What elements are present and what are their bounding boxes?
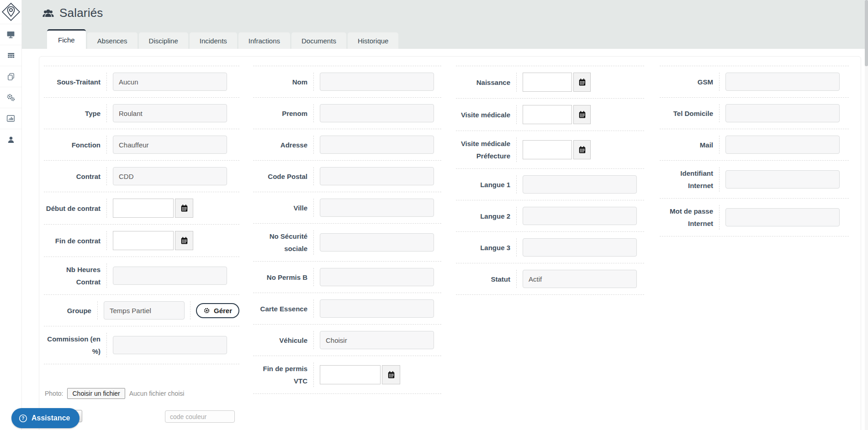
carte-essence-input[interactable] [320,299,434,318]
sidebar-item-monitor[interactable] [0,24,21,45]
sidebar-item-table[interactable] [0,45,21,66]
form-row-sous-traitant: Sous-TraitantAucun [44,66,239,97]
field-cell-naissance [517,73,644,92]
tab-bar: FicheAbsencesDisciplineIncidentsInfracti… [47,29,398,49]
tel-domicile-input[interactable] [725,104,840,122]
calendar-icon [578,146,586,154]
form-column-1: Sous-TraitantAucunTypeRoulantFonctionCha… [44,66,239,364]
bar-chart-icon [6,114,16,123]
page-title-row: Salariés [22,0,868,20]
vehicule-select[interactable]: Choisir [320,331,434,349]
calendar-icon [578,78,586,86]
field-label-sous-traitant: Sous-Traitant [44,73,107,91]
sous-traitant-select[interactable]: Aucun [113,73,227,91]
visite-medicale-date-input[interactable] [523,105,572,124]
form-row-type: TypeRoulant [44,97,239,129]
scrollbar-thumb[interactable] [865,0,868,66]
field-label-no-securite-sociale: No Sécurité sociale [253,230,314,255]
tab-documents[interactable]: Documents [291,32,346,49]
question-icon: ? [19,414,27,423]
field-cell-commission-en [107,336,239,354]
field-label-fonction: Fonction [44,136,107,154]
nb-heures-contrat-input[interactable] [113,267,227,285]
field-cell-fonction: Chauffeur [107,136,239,154]
langue-2-input[interactable] [523,207,637,225]
visite-medicale-prefecture-calendar-button[interactable] [573,140,591,159]
form-row-langue-3: Langue 3 [456,231,644,263]
field-cell-mot-de-passe-internet [720,208,849,226]
gears-icon [6,93,16,102]
mot-de-passe-internet-input[interactable] [725,208,840,226]
code-postal-input[interactable] [320,167,434,185]
tab-incidents[interactable]: Incidents [190,32,237,49]
sidebar-item-stats[interactable] [0,108,21,129]
fin-de-contrat-date-input[interactable] [113,231,174,250]
naissance-calendar-button[interactable] [573,73,591,92]
prenom-input[interactable] [320,104,434,122]
langue-3-input[interactable] [523,238,637,257]
fonction-select[interactable]: Chauffeur [113,136,227,154]
groupe-select[interactable]: Temps Partiel [104,301,185,320]
visite-medicale-prefecture-date-input[interactable] [523,140,572,159]
commission-en-input[interactable] [113,336,227,354]
field-label-langue-3: Langue 3 [456,238,517,257]
tab-discipline[interactable]: Discipline [139,32,188,49]
field-label-type: Type [44,104,107,122]
tab-historique[interactable]: Historique [348,32,399,49]
contrat-select[interactable]: CDD [113,167,227,185]
identifiant-internet-input[interactable] [725,170,840,189]
visite-medicale-calendar-button[interactable] [573,105,591,124]
field-label-tel-domicile: Tel Domicile [660,104,720,122]
form-row-langue-2: Langue 2 [456,200,644,231]
langue-1-input[interactable] [523,175,637,194]
color-code-input[interactable] [165,410,235,423]
fin-de-permis-vtc-date-input[interactable] [320,365,381,384]
form-panel: Sous-TraitantAucunTypeRoulantFonctionCha… [39,56,861,430]
type-select[interactable]: Roulant [113,104,227,122]
calendar-icon [180,236,188,245]
no-securite-sociale-input[interactable] [320,233,434,252]
sidebar-item-settings[interactable] [0,87,21,108]
naissance-date-input[interactable] [523,73,572,92]
app-logo[interactable] [0,0,21,24]
field-label-adresse: Adresse [253,136,314,154]
field-cell-adresse [314,136,441,154]
ville-input[interactable] [320,199,434,217]
fin-de-contrat-calendar-button[interactable] [175,231,193,250]
field-cell-prenom [314,104,441,122]
field-cell-ville [314,199,441,217]
adresse-input[interactable] [320,136,434,154]
assistance-button[interactable]: ? Assistance [11,408,79,428]
sidebar-item-user[interactable] [0,129,21,150]
choose-file-button[interactable]: Choisir un fichier [67,388,125,399]
manage-groupe-button[interactable]: Gérer [196,303,239,318]
calendar-icon [578,110,586,119]
debut-de-contrat-date-input[interactable] [113,199,174,218]
field-cell-groupe: Temps PartielGérer [98,301,239,320]
form-row-no-securite-sociale: No Sécurité sociale [253,223,441,261]
mail-input[interactable] [725,136,840,154]
field-cell-langue-3 [517,238,644,257]
tab-absences[interactable]: Absences [87,32,138,49]
no-permis-b-input[interactable] [320,268,434,286]
sidebar-item-copy[interactable] [0,66,21,87]
field-label-nb-heures-contrat: Nb Heures Contrat [44,263,107,288]
field-label-vehicule: Véhicule [253,331,314,349]
nom-input[interactable] [320,73,434,91]
field-label-fin-de-permis-vtc: Fin de permis VTC [253,362,314,387]
page-header: Salariés FicheAbsencesDisciplineIncident… [22,0,868,49]
field-label-debut-de-contrat: Début de contrat [44,199,107,218]
gsm-input[interactable] [725,73,840,91]
form-row-visite-medicale: Visite médicale [456,98,644,131]
form-row-no-permis-b: No Permis B [253,261,441,293]
statut-select[interactable]: Actif [523,270,637,288]
photo-upload-row: Photo: Choisir un fichier Aucun fichier … [45,388,184,399]
field-label-no-permis-b: No Permis B [253,268,314,286]
tab-infractions[interactable]: Infractions [238,32,290,49]
field-cell-fin-de-permis-vtc [314,365,441,384]
svg-text:?: ? [21,416,24,421]
fin-de-permis-vtc-calendar-button[interactable] [382,365,400,384]
tab-fiche[interactable]: Fiche [47,29,86,49]
debut-de-contrat-calendar-button[interactable] [175,199,193,218]
field-cell-no-permis-b [314,268,441,286]
